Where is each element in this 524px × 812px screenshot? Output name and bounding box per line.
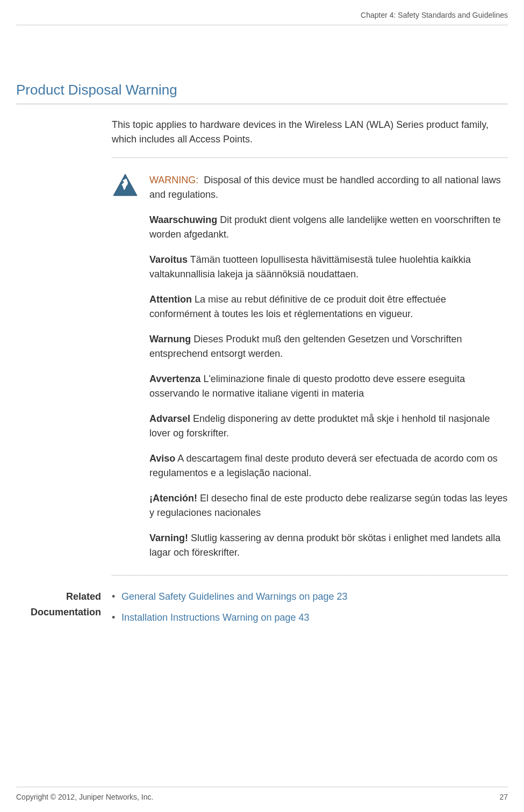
translation-text: La mise au rebut définitive de ce produi… [149,294,446,319]
translation-label: Advarsel [149,413,190,424]
warning-icon-container [112,173,139,560]
translation-text: A descartagem final deste produto deverá… [149,453,498,478]
translation-label: Attention [149,294,192,305]
chapter-title: Chapter 4: Safety Standards and Guidelin… [361,11,508,19]
related-link[interactable]: Installation Instructions Warning on pag… [121,612,310,623]
document-page: Chapter 4: Safety Standards and Guidelin… [0,0,524,812]
warning-text-container: WARNING: Disposal of this device must be… [149,173,508,560]
related-link[interactable]: General Safety Guidelines and Warnings o… [121,591,348,602]
related-documentation-label: Related Documentation [16,589,101,620]
page-header: Chapter 4: Safety Standards and Guidelin… [16,0,508,25]
warning-translation: Varning! Slutlig kassering av denna prod… [149,531,508,560]
related-documentation-section: Related Documentation General Safety Gui… [16,589,508,631]
page-footer: Copyright © 2012, Juniper Networks, Inc.… [16,787,508,801]
content-area: This topic applies to hardware devices i… [112,118,508,576]
warning-translation: Warnung Dieses Produkt muß den geltenden… [149,332,508,361]
translation-label: Varoitus [149,254,188,265]
translation-label: ¡Atención! [149,493,197,504]
translation-text: Endelig disponering av dette produktet m… [149,413,490,439]
related-link-item: General Safety Guidelines and Warnings o… [112,589,508,605]
translation-label: Waarschuwing [149,214,217,225]
warning-translation: Aviso A descartagem final deste produto … [149,451,508,480]
warning-main: WARNING: Disposal of this device must be… [149,173,508,202]
translation-label: Avvertenza [149,373,200,384]
warning-label: WARNING: [149,175,198,185]
warning-translation: Waarschuwing Dit produkt dient volgens a… [149,213,508,242]
warning-translation: Attention La mise au rebut définitive de… [149,292,508,321]
intro-paragraph: This topic applies to hardware devices i… [112,118,508,147]
section-heading: Product Disposal Warning [16,82,508,104]
copyright-text: Copyright © 2012, Juniper Networks, Inc. [16,793,153,801]
translation-text: Tämän tuotteen lopullisesta hävittämises… [149,254,471,279]
warning-translation: Advarsel Endelig disponering av dette pr… [149,412,508,441]
translation-label: Aviso [149,453,175,464]
warning-block: WARNING: Disposal of this device must be… [112,157,508,576]
translation-text: Dieses Produkt muß den geltenden Gesetze… [149,334,462,359]
warning-icon [112,173,139,198]
translation-text: El desecho final de este producto debe r… [149,493,507,518]
translation-label: Varning! [149,533,188,543]
warning-translation: ¡Atención! El desecho final de este prod… [149,491,508,520]
page-number: 27 [499,793,508,801]
related-links: General Safety Guidelines and Warnings o… [112,589,508,631]
translation-label: Warnung [149,334,191,344]
warning-translation: Varoitus Tämän tuotteen lopullisesta häv… [149,253,508,282]
warning-translation: Avvertenza L'eliminazione finale di ques… [149,372,508,401]
related-link-item: Installation Instructions Warning on pag… [112,610,508,626]
translation-text: Slutlig kassering av denna produkt bör s… [149,533,500,558]
